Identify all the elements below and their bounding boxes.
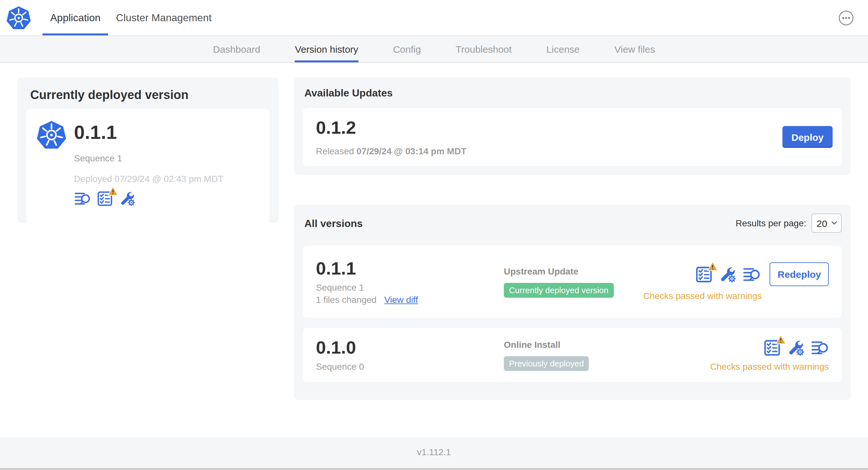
view-diff-link[interactable]: View diff (384, 294, 418, 304)
top-nav-right (838, 0, 854, 35)
currently-deployed-title: Currently deployed version (26, 86, 270, 109)
edit-config-icon[interactable] (719, 265, 737, 283)
preflight-status-text: Checks passed with warnings (710, 361, 829, 371)
version-number: 0.1.0 (316, 338, 504, 358)
warning-triangle-icon (775, 334, 786, 344)
preflight-checks-warning-icon[interactable] (763, 338, 781, 357)
version-number: 0.1.1 (316, 259, 504, 278)
diff-summary-icon[interactable] (74, 190, 91, 207)
available-updates-title: Available Updates (303, 86, 842, 99)
admin-console-page: Application Cluster Management Dashboard… (0, 0, 868, 470)
deployed-icon-row (74, 190, 223, 207)
version-icon-row (695, 265, 761, 283)
edit-config-icon[interactable] (787, 338, 805, 357)
results-per-page-select[interactable]: 20 (811, 213, 842, 233)
ellipsis-menu-icon[interactable] (838, 10, 854, 25)
tab-troubleshoot[interactable]: Troubleshoot (456, 36, 512, 62)
released-label: Released (316, 146, 354, 156)
app-logo-kubernetes-icon (37, 120, 66, 150)
update-version-number: 0.1.2 (316, 118, 466, 138)
version-files-line: 1 files changed View diff (316, 294, 504, 304)
results-per-page-label: Results per page: (736, 218, 806, 228)
edit-config-icon[interactable] (119, 190, 136, 207)
deployed-version-number: 0.1.1 (74, 122, 223, 143)
tab-cluster-management[interactable]: Cluster Management (108, 2, 219, 35)
version-actions-row: Redeploy (695, 262, 829, 286)
preflight-checks-warning-icon[interactable] (695, 265, 713, 283)
released-date: 07/29/24 @ 03:14 pm MDT (356, 146, 466, 156)
deploy-logs-icon[interactable] (811, 338, 829, 357)
deploy-logs-icon[interactable] (743, 265, 761, 283)
results-per-page: Results per page: 20 (736, 213, 842, 233)
tab-dashboard[interactable]: Dashboard (213, 36, 260, 62)
deployed-timestamp: Deployed 07/29/24 @ 02:43 pm MDT (74, 174, 223, 184)
update-released-line: Released 07/29/24 @ 03:14 pm MDT (316, 146, 466, 156)
tab-config[interactable]: Config (393, 36, 421, 62)
app-sub-nav: Dashboard Version history Config Trouble… (0, 36, 868, 63)
version-actions: Checks passed with warnings (710, 338, 829, 371)
currently-deployed-panel: Currently deployed version 0.1.1 Sequenc… (18, 77, 279, 223)
tab-view-files[interactable]: View files (615, 36, 655, 62)
version-info: 0.1.0 Sequence 0 (316, 338, 504, 372)
warning-triangle-icon (107, 186, 118, 196)
console-version: v1.112.1 (417, 446, 451, 457)
preflight-status-text: Checks passed with warnings (643, 291, 762, 301)
available-updates-panel: Available Updates 0.1.2 Released 07/29/2… (294, 77, 850, 175)
version-actions: Redeploy Checks passed with warnings (643, 262, 829, 301)
version-row-0-1-1: 0.1.1 Sequence 1 1 files changed View di… (303, 246, 842, 317)
version-source-label: Upstream Update (504, 266, 643, 276)
all-versions-title: All versions (303, 217, 364, 230)
available-update-row: 0.1.2 Released 07/29/24 @ 03:14 pm MDT D… (303, 108, 842, 166)
version-sequence: Sequence 0 (316, 361, 504, 372)
all-versions-panel: All versions Results per page: 20 (294, 204, 850, 400)
kubernetes-logo-icon (6, 0, 31, 35)
status-badge-previously-deployed: Previously deployed (504, 356, 589, 371)
tab-application[interactable]: Application (42, 2, 108, 35)
window-bottom-edge (0, 468, 868, 470)
redeploy-button[interactable]: Redeploy (770, 262, 829, 286)
top-nav: Application Cluster Management (0, 0, 868, 36)
top-nav-tabs: Application Cluster Management (42, 0, 219, 35)
update-info: 0.1.2 Released 07/29/24 @ 03:14 pm MDT (316, 118, 466, 156)
preflight-checks-warning-icon[interactable] (96, 190, 113, 207)
deploy-button[interactable]: Deploy (782, 126, 833, 148)
status-badge-currently-deployed: Currently deployed version (504, 282, 614, 297)
deployed-sequence: Sequence 1 (74, 153, 223, 163)
files-changed-label: 1 files changed (316, 294, 376, 304)
results-per-page-value: 20 (816, 217, 827, 229)
currently-deployed-card: 0.1.1 Sequence 1 Deployed 07/29/24 @ 02:… (26, 109, 270, 225)
version-icon-row (763, 338, 829, 357)
tab-license[interactable]: License (546, 36, 580, 62)
tab-version-history[interactable]: Version history (295, 36, 359, 62)
warning-triangle-icon (708, 261, 718, 271)
right-column: Available Updates 0.1.2 Released 07/29/2… (294, 77, 850, 400)
footer: v1.112.1 (0, 437, 868, 470)
all-versions-header: All versions Results per page: 20 (303, 213, 842, 233)
deployed-meta: 0.1.1 Sequence 1 Deployed 07/29/24 @ 02:… (74, 120, 223, 216)
version-info: 0.1.1 Sequence 1 1 files changed View di… (316, 259, 504, 304)
version-source-block: Upstream Update Currently deployed versi… (504, 266, 643, 297)
version-row-0-1-0: 0.1.0 Sequence 0 Online Install Previous… (303, 328, 842, 382)
version-source-block: Online Install Previously deployed (504, 339, 710, 371)
version-source-label: Online Install (504, 339, 710, 349)
version-sequence: Sequence 1 (316, 282, 504, 292)
version-actions-row (763, 338, 829, 357)
chevron-down-icon (831, 221, 837, 225)
main-content: Currently deployed version 0.1.1 Sequenc… (0, 63, 868, 437)
